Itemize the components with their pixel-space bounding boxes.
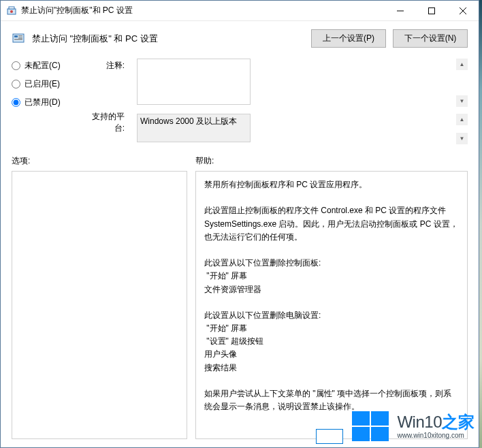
platforms-wrap: Windows 2000 及以上版本 ▲ ▼: [137, 114, 468, 144]
radio-label-enabled: 已启用(E): [25, 78, 60, 90]
config-area: 未配置(C) 已启用(E) 已禁用(D) 注释: 支持的平台: ▲ ▼: [1, 53, 479, 147]
scroll-up-icon: ▲: [456, 59, 468, 70]
radio-input-not-configured[interactable]: [12, 61, 20, 70]
notes-textarea[interactable]: [137, 59, 251, 105]
next-setting-button[interactable]: 下一个设置(N): [393, 29, 468, 48]
platforms-label: 支持的平台:: [84, 110, 125, 134]
maximize-icon: [428, 7, 435, 14]
options-panel[interactable]: [12, 171, 187, 439]
svg-rect-1: [9, 7, 14, 9]
radio-disabled[interactable]: 已禁用(D): [12, 97, 71, 108]
toolbar: 禁止访问 "控制面板" 和 PC 设置 上一个设置(P) 下一个设置(N): [1, 21, 479, 53]
state-radio-group: 未配置(C) 已启用(E) 已禁用(D): [12, 59, 71, 144]
field-labels-col: 注释: 支持的平台:: [84, 59, 125, 144]
svg-rect-3: [429, 7, 435, 14]
windows-logo-icon: [352, 411, 390, 441]
options-label: 选项:: [12, 155, 195, 167]
watermark-url: www.win10xitong.com: [397, 432, 474, 439]
app-icon: [6, 5, 17, 16]
platforms-textarea: Windows 2000 及以上版本: [137, 114, 251, 142]
watermark: Win10之家 www.win10xitong.com: [348, 409, 478, 444]
radio-label-disabled: 已禁用(D): [25, 97, 61, 108]
partial-button[interactable]: [316, 429, 343, 444]
svg-rect-7: [18, 37, 22, 39]
section-labels: 选项: 帮助:: [1, 147, 479, 171]
help-panel[interactable]: 禁用所有控制面板程序和 PC 设置应用程序。 此设置阻止控制面板的程序文件 Co…: [195, 171, 468, 439]
previous-setting-button[interactable]: 上一个设置(P): [311, 29, 386, 48]
notes-wrap: ▲ ▼: [137, 59, 468, 107]
dialog-window: 禁止访问"控制面板"和 PC 设置 禁止访问 "控制面板" 和 PC 设置 上一…: [0, 0, 479, 448]
close-icon: [460, 7, 466, 14]
radio-enabled[interactable]: 已启用(E): [12, 78, 71, 90]
panels-row: 禁用所有控制面板程序和 PC 设置应用程序。 此设置阻止控制面板的程序文件 Co…: [1, 171, 479, 447]
policy-title: 禁止访问 "控制面板" 和 PC 设置: [32, 33, 304, 45]
svg-rect-8: [14, 39, 22, 40]
window-controls: [385, 1, 479, 20]
radio-not-configured[interactable]: 未配置(C): [12, 60, 71, 71]
notes-label: 注释:: [84, 59, 125, 71]
radio-input-disabled[interactable]: [12, 98, 20, 107]
platforms-scrollbar[interactable]: ▲ ▼: [456, 114, 468, 144]
maximize-button[interactable]: [416, 1, 447, 20]
window-title: 禁止访问"控制面板"和 PC 设置: [21, 5, 385, 16]
svg-rect-5: [14, 35, 18, 37]
svg-point-2: [10, 10, 13, 13]
minimize-button[interactable]: [385, 1, 416, 20]
scroll-down-icon: ▼: [456, 95, 468, 107]
radio-label-not-configured: 未配置(C): [25, 60, 61, 71]
field-inputs-col: ▲ ▼ Windows 2000 及以上版本 ▲ ▼: [137, 59, 468, 144]
radio-input-enabled[interactable]: [12, 80, 20, 89]
svg-rect-6: [18, 35, 22, 37]
scroll-up-icon: ▲: [456, 114, 468, 125]
watermark-brand: Win10之家: [397, 413, 474, 431]
minimize-icon: [397, 7, 404, 14]
watermark-text: Win10之家 www.win10xitong.com: [397, 413, 474, 438]
titlebar: 禁止访问"控制面板"和 PC 设置: [1, 1, 479, 21]
policy-icon: [12, 32, 25, 46]
notes-scrollbar[interactable]: ▲ ▼: [456, 59, 468, 107]
close-button[interactable]: [447, 1, 479, 20]
scroll-down-icon: ▼: [456, 133, 468, 144]
help-label: 帮助:: [195, 155, 214, 167]
